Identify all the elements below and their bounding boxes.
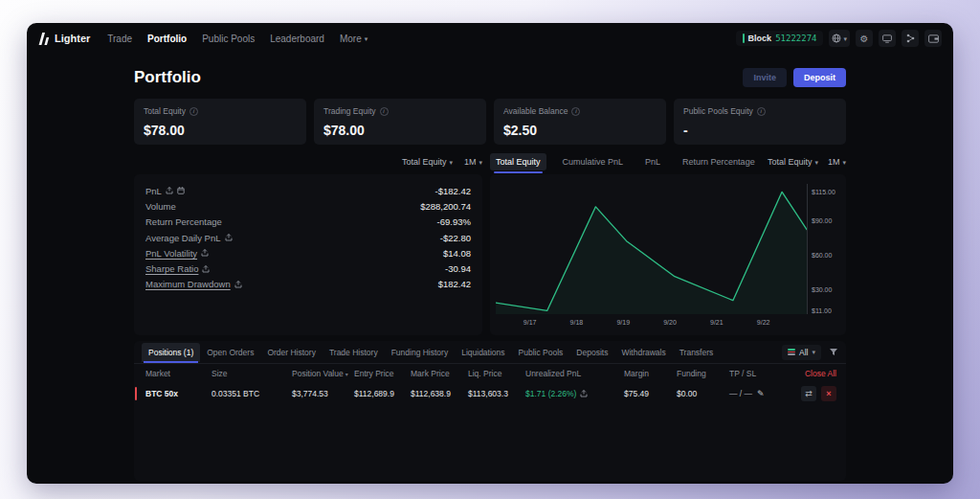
position-row[interactable]: BTC 50x 0.03351 BTC $3,774.53 $112,689.9…	[134, 383, 846, 404]
block-label: Block	[748, 34, 772, 43]
card-label: Trading Equity	[323, 106, 477, 116]
wallet-icon	[928, 34, 939, 43]
stat-label-text: Return Percentage	[145, 216, 222, 227]
wallet-button[interactable]	[924, 30, 942, 47]
chart-range-dropdown[interactable]: 1M ▾	[828, 157, 846, 167]
panels-row: Total Equity ▾ 1M ▾ PnL	[134, 151, 846, 335]
stat-value: $288,200.74	[420, 201, 471, 212]
nav-item-trade[interactable]: Trade	[107, 34, 132, 44]
chart-tab-pnl[interactable]: PnL	[639, 153, 666, 170]
cell-margin: $75.49	[624, 389, 677, 398]
short-position-indicator	[135, 387, 137, 400]
tab-order-history[interactable]: Order History	[260, 343, 323, 362]
info-icon[interactable]	[189, 107, 198, 116]
reverse-position-button[interactable]: ⇄	[801, 386, 816, 401]
stats-range-dropdown[interactable]: 1M ▾	[464, 157, 482, 167]
title-actions: Invite Deposit	[743, 68, 846, 87]
card-label: Public Pools Equity	[683, 106, 836, 116]
nav-item-portfolio[interactable]: Portfolio	[147, 34, 187, 44]
export-icon[interactable]	[166, 187, 173, 194]
block-status: Block 51222274	[736, 31, 824, 46]
tab-deposits[interactable]: Deposits	[569, 343, 614, 362]
stat-label: Average Daily PnL	[145, 233, 233, 243]
invite-button[interactable]: Invite	[743, 68, 787, 87]
chevron-down-icon: ▾	[449, 159, 453, 166]
info-icon[interactable]	[380, 107, 389, 116]
tab-positions[interactable]: Positions (1)	[142, 343, 200, 362]
stat-label[interactable]: Maximum Drawdown	[145, 279, 242, 289]
export-icon[interactable]	[580, 390, 588, 397]
nav-item-public-pools[interactable]: Public Pools	[202, 34, 255, 44]
tab-liquidations[interactable]: Liquidations	[455, 343, 511, 362]
equity-area	[496, 192, 807, 314]
chart-tab-cumulative-pnl[interactable]: Cumulative PnL	[557, 153, 630, 170]
export-icon[interactable]	[201, 249, 209, 257]
stat-label[interactable]: Sharpe Ratio	[145, 263, 210, 274]
stat-row-average-daily-pnl: Average Daily PnL -$22.80	[145, 230, 471, 245]
tab-open-orders[interactable]: Open Orders	[200, 343, 260, 362]
chart-panel-header: Total Equity Cumulative PnL PnL Return P…	[490, 151, 846, 172]
card-value: $78.00	[144, 123, 297, 138]
info-icon[interactable]	[571, 107, 580, 116]
card-label-text: Public Pools Equity	[683, 106, 753, 116]
cell-liq-price: $113,603.3	[468, 389, 525, 398]
export-icon[interactable]	[225, 234, 233, 241]
col-margin: Margin	[624, 369, 677, 378]
globe-icon	[832, 34, 841, 43]
market-filter-dropdown[interactable]: All ▾	[782, 345, 821, 360]
export-icon[interactable]	[234, 281, 242, 288]
stat-value: -$22.80	[440, 233, 471, 243]
deposit-button[interactable]: Deposit	[793, 68, 846, 87]
row-actions: ⇄ ×	[796, 386, 836, 401]
card-trading-equity: Trading Equity $78.00	[314, 99, 486, 145]
y-tick-label: $30.00	[812, 285, 832, 292]
stat-label-text: Average Daily PnL	[145, 233, 221, 243]
chart-metric-dropdown-value: Total Equity	[768, 157, 813, 167]
export-icon[interactable]	[202, 265, 210, 273]
nav-item-more[interactable]: More ▾	[340, 34, 368, 44]
stat-label-text: PnL Volatility	[145, 248, 197, 259]
tab-public-pools[interactable]: Public Pools	[512, 343, 570, 362]
tab-funding-history[interactable]: Funding History	[385, 343, 456, 362]
stat-row-return-percentage: Return Percentage -69.93%	[145, 215, 471, 230]
col-position-value[interactable]: Position Value▾	[292, 369, 354, 378]
stats-metric-dropdown[interactable]: Total Equity ▾	[402, 157, 453, 167]
logo[interactable]: Lighter	[38, 33, 90, 45]
language-button[interactable]: ▾	[829, 30, 850, 47]
close-position-button[interactable]: ×	[821, 386, 836, 401]
calendar-icon[interactable]	[177, 187, 185, 194]
stat-label-text: Sharpe Ratio	[145, 263, 198, 274]
chart-tab-total-equity[interactable]: Total Equity	[490, 153, 546, 170]
stat-label[interactable]: PnL Volatility	[145, 248, 209, 259]
page-title: Portfolio	[134, 68, 201, 87]
edit-tp-sl-icon[interactable]: ✎	[757, 389, 765, 398]
display-button[interactable]	[879, 30, 896, 47]
stat-label: PnL	[145, 186, 185, 196]
cell-entry-price: $112,689.9	[354, 389, 411, 398]
sort-chevron-icon: ▾	[345, 372, 348, 377]
y-tick-label: $115.00	[812, 189, 835, 195]
stat-row-pnl: PnL -$182.42	[145, 183, 471, 198]
chart-metric-dropdown[interactable]: Total Equity ▾	[768, 157, 818, 167]
settings-button[interactable]: ⚙	[856, 30, 873, 47]
tab-withdrawals[interactable]: Withdrawals	[614, 343, 672, 362]
nav-item-leaderboard[interactable]: Leaderboard	[270, 34, 324, 44]
share-button[interactable]	[902, 30, 919, 47]
cell-tp-sl: — / — ✎	[729, 389, 796, 398]
tab-transfers[interactable]: Transfers	[673, 343, 721, 362]
equity-chart[interactable]: $115.00$90.00$60.00$30.00$11.00 9/179/18…	[496, 184, 808, 314]
close-all-button[interactable]: Close All	[796, 369, 836, 378]
stat-label-text: PnL	[145, 186, 162, 196]
cell-position-value: $3,774.53	[292, 389, 354, 398]
lighter-logo-icon	[38, 33, 50, 45]
filter-funnel-icon[interactable]	[829, 348, 838, 356]
info-icon[interactable]	[757, 107, 766, 116]
chevron-down-icon: ▾	[814, 159, 818, 166]
stat-row-sharpe-ratio: Sharpe Ratio -30.94	[145, 261, 471, 276]
chart-tab-return-percentage[interactable]: Return Percentage	[677, 153, 761, 170]
card-value: $2.50	[503, 123, 657, 138]
card-label-text: Trading Equity	[323, 106, 376, 116]
x-tick-label: 9/21	[710, 319, 724, 326]
title-row: Portfolio Invite Deposit	[134, 65, 846, 90]
tab-trade-history[interactable]: Trade History	[323, 343, 385, 362]
